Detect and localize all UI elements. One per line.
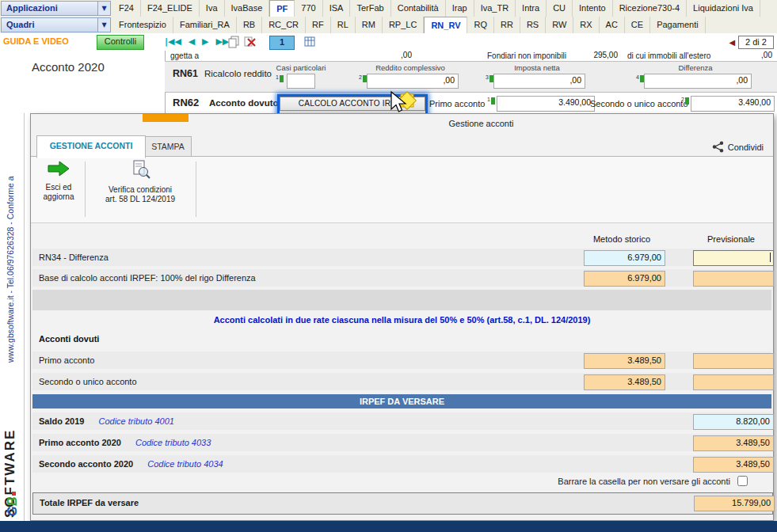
quadro-tab-frontespizio[interactable]: Frontespizio: [112, 17, 173, 33]
imposta-netta-field[interactable]: ,00: [493, 74, 585, 89]
quadro-tab-rb[interactable]: RB: [237, 17, 262, 33]
irpef-da-versare-header: IRPEF DA VERSARE: [32, 394, 771, 408]
verifica-condizioni-button[interactable]: Verifica condizioniart. 58 DL 124/2019: [88, 160, 192, 204]
grid-icon[interactable]: [304, 36, 316, 50]
app-tab-f24-elide[interactable]: F24_ELIDE: [141, 0, 200, 17]
app-tab-contabilita[interactable]: Contabilità: [391, 0, 446, 17]
delete-document-icon[interactable]: [244, 36, 257, 50]
quadri-tabs: Frontespizio Familiari_RA RB RC_CR RF RL…: [112, 17, 777, 33]
saldo-2019-field[interactable]: 8.820,00: [693, 414, 774, 430]
reddito-complessivo-field[interactable]: ,00: [367, 74, 459, 89]
quadro-tab-ac[interactable]: AC: [600, 17, 625, 33]
quadri-tab-bar: Quadri ▼ Frontespizio Familiari_RA RB RC…: [0, 17, 777, 34]
secondo-acconto-label: Secondo o unico acconto: [590, 99, 688, 108]
magnifier-document-icon: [131, 160, 150, 180]
field-number-marker: 2: [681, 97, 689, 106]
casi-particolari-header: Casi particolari: [261, 63, 341, 72]
differenza-field[interactable]: ,00: [644, 74, 752, 89]
primo-acconto-storico-field[interactable]: 3.489,50: [584, 353, 665, 369]
totale-irpef-field[interactable]: 15.799,00: [694, 496, 775, 511]
app-tab-pf[interactable]: PF: [269, 0, 295, 17]
app-tab-intra[interactable]: Intra: [516, 0, 547, 17]
nav-prev-button[interactable]: ◀: [189, 36, 195, 47]
clipped-row-value: ,00: [337, 51, 412, 59]
quadro-tab-ce[interactable]: CE: [625, 17, 650, 33]
quadro-tab-pagamenti[interactable]: Pagamenti: [650, 17, 706, 33]
website-phone-vertical-text: www.gbsoftware.it - Tel.06/97626328 - Co…: [6, 52, 15, 363]
app-tab-terfab[interactable]: TerFab: [350, 0, 390, 17]
controlli-button[interactable]: Controlli: [97, 35, 144, 50]
row-label: Saldo 2019Codice tributo 4001: [39, 412, 174, 430]
quadro-tab-rm[interactable]: RM: [356, 17, 383, 33]
divider: [196, 162, 196, 217]
app-tab-liquidazioni-iva[interactable]: Liquidazioni Iva: [687, 0, 760, 17]
nav-first-button[interactable]: |◀◀: [165, 36, 181, 47]
guida-e-video-link[interactable]: GUIDA E VIDEO: [3, 36, 69, 46]
quadro-tab-rs[interactable]: RS: [520, 17, 546, 33]
quadro-tab-rf[interactable]: RF: [306, 17, 331, 33]
row-label: Base di calcolo acconti IRPEF: 100% del …: [39, 269, 256, 287]
chevron-down-icon[interactable]: ▼: [97, 18, 110, 32]
base-storico-field[interactable]: 6.979,00: [584, 271, 665, 287]
secondo-acconto-previsionale-field[interactable]: [693, 374, 774, 390]
previsionale-column-header: Previsionale: [691, 234, 771, 244]
app-tab-irap[interactable]: Irap: [446, 0, 474, 17]
quadro-tab-rr[interactable]: RR: [494, 17, 520, 33]
casi-particolari-field[interactable]: [287, 74, 315, 89]
quadro-tab-rn-rv[interactable]: RN_RV: [424, 17, 467, 33]
base-previsionale-field[interactable]: [693, 271, 774, 287]
quadro-tab-rx[interactable]: RX: [573, 17, 599, 33]
secondo-acconto-2020-row: Secondo acconto 2020Codice tributo 4034 …: [32, 455, 771, 473]
codice-tributo-link[interactable]: Codice tributo 4033: [135, 438, 211, 447]
primo-acconto-row: Primo acconto 3.489,50: [32, 352, 771, 369]
esci-ed-aggiorna-button[interactable]: Esci edaggiorna: [36, 160, 82, 202]
secondo-acconto-field[interactable]: 3.490,00: [691, 96, 775, 112]
record-navigation: |◀◀ ◀ ▶ ▶▶|: [165, 36, 236, 47]
page-number-box[interactable]: 1: [269, 36, 295, 50]
page-count-label: 2 di 2: [738, 36, 774, 49]
app-tab-ivabase[interactable]: IvaBase: [225, 0, 270, 17]
rn-form-background: Acconto 2020 ggetta a ,00 Fondiari non i…: [24, 51, 777, 113]
codice-tributo-link[interactable]: Codice tributo 4001: [98, 416, 173, 426]
secondo-acconto-2020-field[interactable]: 3.489,50: [693, 457, 774, 473]
nav-next-button[interactable]: ▶: [202, 36, 208, 47]
primo-acconto-2020-field[interactable]: 3.489,50: [693, 435, 774, 451]
app-tab-iva-tr[interactable]: Iva_TR: [474, 0, 516, 17]
app-tab-ricezione730-4[interactable]: Ricezione730-4: [613, 0, 687, 17]
app-tab-770[interactable]: 770: [295, 0, 322, 17]
primo-acconto-field[interactable]: 3.490,00: [497, 96, 595, 112]
quadro-tab-rq[interactable]: RQ: [467, 17, 494, 33]
app-tab-iva[interactable]: Iva: [200, 0, 225, 17]
rn34-storico-field[interactable]: 6.979,00: [584, 250, 665, 266]
copy-icon[interactable]: [228, 36, 239, 50]
quadro-tab-rc-cr[interactable]: RC_CR: [262, 17, 306, 33]
secondo-acconto-storico-field[interactable]: 3.489,50: [584, 374, 665, 390]
totale-irpef-row: Totale IRPEF da versare 15.799,00: [32, 492, 773, 515]
applicazioni-dropdown[interactable]: Applicazioni ▼: [1, 1, 111, 16]
chevron-down-icon[interactable]: ▼: [97, 2, 110, 15]
quadro-tab-rw[interactable]: RW: [546, 17, 573, 33]
tab-gestione-acconti[interactable]: GESTIONE ACCONTI: [36, 135, 146, 158]
svg-text:B: B: [6, 496, 19, 506]
reddito-complessivo-header: Reddito complessivo: [359, 63, 462, 72]
green-arrow-icon: [47, 160, 70, 177]
page-back-icon[interactable]: ◀: [729, 38, 735, 47]
codice-tributo-link[interactable]: Codice tributo 4034: [147, 459, 223, 469]
quadri-dropdown-label: Quadri: [2, 18, 97, 32]
quadro-tab-rl[interactable]: RL: [331, 17, 356, 33]
primo-acconto-previsionale-field[interactable]: [693, 353, 774, 369]
condividi-button[interactable]: Condividi: [712, 141, 764, 153]
quadro-tab-familiari-ra[interactable]: Familiari_RA: [173, 17, 237, 33]
app-tab-isa[interactable]: ISA: [323, 0, 351, 17]
applicazioni-dropdown-label: Applicazioni: [2, 2, 97, 15]
gb-software-logo: G B: [1, 489, 23, 518]
app-tab-intento[interactable]: Intento: [573, 0, 613, 17]
app-tab-f24[interactable]: F24: [112, 0, 141, 17]
field-number-marker: 2: [359, 74, 367, 84]
tab-stampa[interactable]: STAMPA: [144, 136, 192, 158]
quadro-tab-rp-lc[interactable]: RP_LC: [383, 17, 424, 33]
quadri-dropdown[interactable]: Quadri ▼: [1, 17, 111, 32]
app-tab-cu[interactable]: CU: [547, 0, 573, 17]
skip-acconti-checkbox[interactable]: [737, 476, 748, 486]
rn34-previsionale-field[interactable]: [693, 250, 774, 266]
